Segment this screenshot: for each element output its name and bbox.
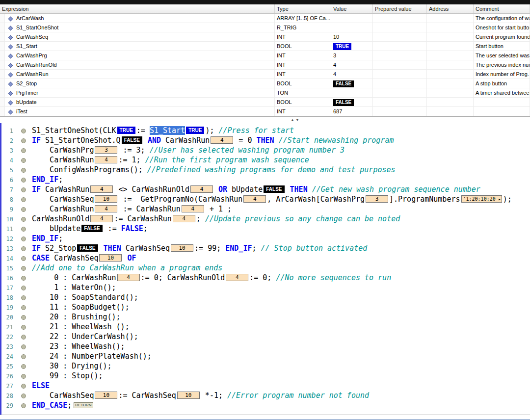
expression-cell[interactable]: S1_Start bbox=[5, 42, 275, 51]
inline-value-box[interactable]: 10 bbox=[95, 392, 117, 399]
breakpoint-dot[interactable] bbox=[21, 344, 26, 349]
code-line[interactable]: 14CASE CarWashSeq10 OF bbox=[1, 253, 530, 263]
breakpoint-dot[interactable] bbox=[21, 197, 26, 202]
code-line[interactable]: 17 1 : WaterOn(); bbox=[1, 283, 530, 292]
breakpoint-dot[interactable] bbox=[21, 305, 26, 310]
column-header-comment[interactable]: Comment bbox=[474, 4, 530, 13]
prepared-value-cell[interactable] bbox=[373, 60, 427, 69]
breakpoint-dot[interactable] bbox=[21, 335, 26, 340]
table-row[interactable]: CarWashRunINT4Index number of Prog. bbox=[0, 70, 530, 79]
code-line[interactable]: 11 bUpdateFALSE := FALSE; bbox=[1, 224, 530, 234]
breakpoint-dot[interactable] bbox=[21, 158, 26, 163]
inline-bool-badge[interactable]: TRUE bbox=[186, 127, 204, 134]
breakpoint-dot[interactable] bbox=[21, 403, 26, 408]
breakpoint-dot[interactable] bbox=[21, 246, 26, 251]
prepared-value-cell[interactable] bbox=[373, 98, 427, 106]
inline-value-box[interactable]: 4 bbox=[117, 274, 140, 281]
column-header-expression[interactable]: Expression bbox=[0, 4, 275, 13]
expression-cell[interactable]: ArCarWash bbox=[5, 14, 275, 23]
table-row[interactable]: ArCarWashARRAY [1..5] OF Ca...The config… bbox=[0, 14, 530, 23]
code-line[interactable]: 10CarWashRunOld4:= CarWashRun4; //Update… bbox=[1, 214, 530, 224]
code-line[interactable]: 3 CarWashPrg3 := 3; //User has selected … bbox=[1, 145, 530, 155]
value-cell[interactable] bbox=[331, 88, 373, 97]
st-code-editor[interactable]: 1S1_StartOneShot(CLKTRUE:= S1_StartTRUE)… bbox=[0, 123, 530, 415]
bottom-scroll-area[interactable] bbox=[0, 415, 530, 420]
table-row[interactable]: CarWashRunOldINT4The previous index numb… bbox=[0, 60, 530, 70]
collapse-up-icon[interactable]: ▲ bbox=[291, 118, 295, 122]
breakpoint-dot[interactable] bbox=[21, 295, 26, 300]
code-line[interactable]: 13IF S2_StopFALSE THEN CarWashSeq10:= 99… bbox=[1, 243, 530, 253]
breakpoint-dot[interactable] bbox=[21, 148, 26, 153]
inline-bool-badge[interactable]: FALSE bbox=[81, 225, 102, 232]
inline-value-box[interactable]: 4 bbox=[211, 136, 233, 144]
prepared-value-cell[interactable] bbox=[373, 42, 427, 51]
code-line[interactable]: 12END_IF; bbox=[1, 234, 530, 243]
breakpoint-dot[interactable] bbox=[21, 227, 26, 232]
expression-cell[interactable]: CarWashSeq bbox=[5, 32, 275, 41]
code-line[interactable]: 21 21 : WheelWash (); bbox=[1, 322, 530, 332]
code-line[interactable]: 29END_CASE;RETURN bbox=[1, 400, 530, 410]
breakpoint-dot[interactable] bbox=[21, 374, 26, 379]
expand-icon[interactable]: ▸ bbox=[498, 196, 501, 203]
prepared-value-cell[interactable] bbox=[373, 32, 427, 41]
code-line[interactable]: 24 24 : NumberPlateWash(); bbox=[1, 351, 530, 361]
breakpoint-dot[interactable] bbox=[21, 168, 26, 173]
value-cell[interactable]: 3 bbox=[331, 51, 373, 60]
breakpoint-dot[interactable] bbox=[21, 187, 26, 192]
code-line[interactable]: 26 99 : Stop(); bbox=[1, 371, 530, 381]
breakpoint-dot[interactable] bbox=[21, 256, 26, 261]
code-line[interactable]: 7IF CarWashRun4 <> CarWashRunOld4 OR bUp… bbox=[1, 184, 530, 194]
table-row[interactable]: PrgTimerTONA timer shared between bbox=[0, 88, 530, 98]
inline-value-box[interactable]: 4 bbox=[182, 205, 204, 212]
prepared-value-cell[interactable] bbox=[373, 23, 427, 32]
value-cell[interactable]: 4 bbox=[331, 70, 373, 79]
column-header-prepared-value[interactable]: Prepared value bbox=[373, 4, 427, 13]
value-cell[interactable]: FALSE bbox=[331, 98, 373, 106]
code-line[interactable]: 6END_IF; bbox=[1, 175, 530, 184]
table-row[interactable]: S1_StartBOOLTRUEStart button bbox=[0, 42, 530, 51]
code-line[interactable]: 4 CarWashRun4:= 1; //Run the first progr… bbox=[1, 155, 530, 165]
code-line[interactable]: 16 0 : CarWashRun4:= 0; CarWashRunOld4:=… bbox=[1, 273, 530, 283]
breakpoint-dot[interactable] bbox=[21, 354, 26, 359]
table-row[interactable]: CarWashSeqINT10Current program found bbox=[0, 32, 530, 42]
code-line[interactable]: 18 10 : SoapStandard(); bbox=[1, 292, 530, 302]
inline-bool-badge[interactable]: TRUE bbox=[117, 127, 135, 134]
inline-value-box[interactable]: 3 bbox=[366, 195, 388, 203]
breakpoint-dot[interactable] bbox=[21, 178, 26, 183]
breakpoint-dot[interactable] bbox=[21, 266, 26, 271]
breakpoint-dot[interactable] bbox=[21, 364, 26, 369]
code-line[interactable]: 8 CarWashSeq10 := GetProgramNo(CarWashRu… bbox=[1, 194, 530, 204]
breakpoint-dot[interactable] bbox=[21, 138, 26, 143]
inline-value-box[interactable]: 4 bbox=[243, 195, 266, 203]
breakpoint-dot[interactable] bbox=[21, 129, 26, 133]
value-cell[interactable]: FALSE bbox=[331, 79, 373, 88]
inline-bool-badge[interactable]: FALSE bbox=[264, 185, 284, 193]
code-line[interactable]: 28 CarWashSeq10:= CarWashSeq10 *-1; //Er… bbox=[1, 391, 530, 400]
breakpoint-dot[interactable] bbox=[21, 325, 26, 330]
inline-value-box[interactable]: 10 bbox=[99, 254, 122, 262]
expression-cell[interactable]: iTest bbox=[5, 107, 275, 116]
expression-cell[interactable]: CarWashRunOld bbox=[5, 60, 275, 69]
inline-value-box[interactable]: 4 bbox=[226, 274, 248, 281]
breakpoint-dot[interactable] bbox=[21, 217, 26, 222]
inline-bool-badge[interactable]: FALSE bbox=[77, 244, 98, 252]
value-cell[interactable]: 4 bbox=[331, 60, 373, 69]
inline-value-box[interactable]: 4 bbox=[90, 215, 113, 222]
value-cell[interactable] bbox=[331, 14, 373, 23]
inline-value-box[interactable]: 4 bbox=[95, 205, 117, 212]
breakpoint-dot[interactable] bbox=[21, 286, 26, 290]
column-header-value[interactable]: Value bbox=[331, 4, 373, 13]
value-cell[interactable] bbox=[331, 23, 373, 32]
code-line[interactable]: 5 ConfigWashPrograms(); //Predefined was… bbox=[1, 165, 530, 175]
code-line[interactable]: 23 23 : WheelWash(); bbox=[1, 341, 530, 351]
inline-value-box[interactable]: 10 bbox=[95, 195, 117, 203]
value-cell[interactable]: 10 bbox=[331, 32, 373, 41]
inline-string-value-box[interactable]: '1;20;10;20▸ bbox=[461, 195, 502, 203]
code-line[interactable]: 1S1_StartOneShot(CLKTRUE:= S1_StartTRUE)… bbox=[1, 126, 530, 135]
value-cell[interactable]: 687 bbox=[331, 107, 373, 116]
inline-value-box[interactable]: 4 bbox=[90, 185, 113, 193]
prepared-value-cell[interactable] bbox=[373, 79, 427, 88]
table-row[interactable]: CarWashPrgINT3The user selected wash pro… bbox=[0, 51, 530, 60]
inline-value-box[interactable]: 4 bbox=[95, 156, 117, 163]
column-header-address[interactable]: Address bbox=[427, 4, 474, 13]
